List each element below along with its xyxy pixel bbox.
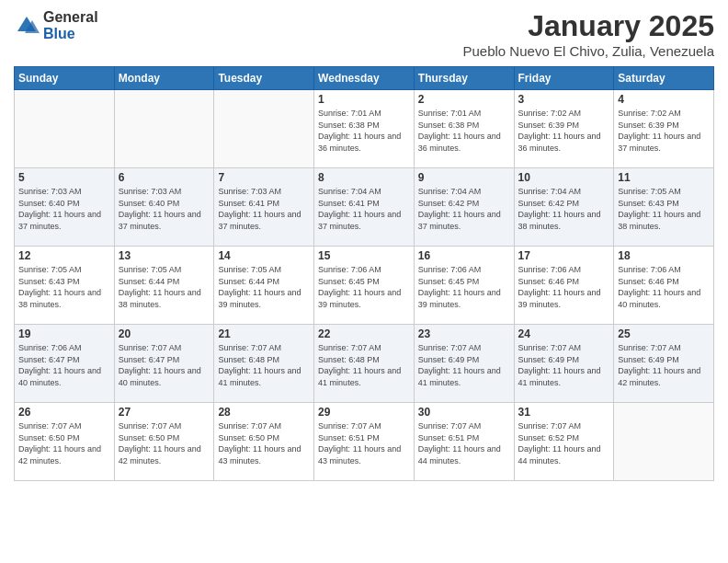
day-info: Sunrise: 7:03 AM Sunset: 6:41 PM Dayligh… bbox=[218, 186, 310, 232]
day-info: Sunrise: 7:05 AM Sunset: 6:44 PM Dayligh… bbox=[119, 264, 210, 310]
day-number: 23 bbox=[418, 327, 510, 340]
calendar-cell bbox=[114, 90, 214, 168]
day-number: 24 bbox=[518, 327, 610, 340]
day-info: Sunrise: 7:07 AM Sunset: 6:50 PM Dayligh… bbox=[18, 420, 110, 466]
day-info: Sunrise: 7:06 AM Sunset: 6:45 PM Dayligh… bbox=[418, 264, 510, 310]
day-number: 6 bbox=[119, 171, 210, 184]
calendar-week-row: 1Sunrise: 7:01 AM Sunset: 6:38 PM Daylig… bbox=[15, 90, 714, 168]
day-info: Sunrise: 7:03 AM Sunset: 6:40 PM Dayligh… bbox=[18, 186, 110, 232]
calendar-cell: 22Sunrise: 7:07 AM Sunset: 6:48 PM Dayli… bbox=[314, 325, 415, 403]
day-info: Sunrise: 7:01 AM Sunset: 6:38 PM Dayligh… bbox=[318, 108, 410, 154]
calendar-cell: 5Sunrise: 7:03 AM Sunset: 6:40 PM Daylig… bbox=[15, 168, 115, 247]
weekday-header-row: SundayMondayTuesdayWednesdayThursdayFrid… bbox=[15, 67, 714, 90]
day-info: Sunrise: 7:07 AM Sunset: 6:52 PM Dayligh… bbox=[518, 420, 610, 466]
day-number: 10 bbox=[518, 171, 610, 184]
day-number: 8 bbox=[318, 171, 410, 184]
calendar-cell: 25Sunrise: 7:07 AM Sunset: 6:49 PM Dayli… bbox=[614, 325, 714, 403]
calendar-week-row: 26Sunrise: 7:07 AM Sunset: 6:50 PM Dayli… bbox=[15, 403, 714, 481]
calendar-cell: 13Sunrise: 7:05 AM Sunset: 6:44 PM Dayli… bbox=[114, 247, 214, 325]
logo-general: General bbox=[43, 9, 98, 26]
day-number: 12 bbox=[18, 249, 110, 262]
day-info: Sunrise: 7:07 AM Sunset: 6:49 PM Dayligh… bbox=[518, 342, 610, 388]
day-number: 22 bbox=[318, 327, 410, 340]
calendar-cell: 27Sunrise: 7:07 AM Sunset: 6:50 PM Dayli… bbox=[114, 403, 214, 481]
day-number: 2 bbox=[418, 93, 510, 106]
calendar-cell bbox=[214, 90, 314, 168]
calendar-cell: 4Sunrise: 7:02 AM Sunset: 6:39 PM Daylig… bbox=[614, 90, 714, 168]
day-number: 20 bbox=[119, 327, 210, 340]
weekday-header-tuesday: Tuesday bbox=[214, 67, 314, 90]
calendar-cell: 30Sunrise: 7:07 AM Sunset: 6:51 PM Dayli… bbox=[414, 403, 514, 481]
day-info: Sunrise: 7:07 AM Sunset: 6:47 PM Dayligh… bbox=[119, 342, 210, 388]
day-number: 29 bbox=[318, 406, 410, 419]
day-number: 30 bbox=[418, 406, 510, 419]
day-number: 17 bbox=[518, 249, 610, 262]
calendar-cell: 2Sunrise: 7:01 AM Sunset: 6:38 PM Daylig… bbox=[414, 90, 514, 168]
day-info: Sunrise: 7:01 AM Sunset: 6:38 PM Dayligh… bbox=[418, 108, 510, 154]
calendar-cell: 6Sunrise: 7:03 AM Sunset: 6:40 PM Daylig… bbox=[114, 168, 214, 247]
day-info: Sunrise: 7:07 AM Sunset: 6:50 PM Dayligh… bbox=[119, 420, 210, 466]
day-number: 16 bbox=[418, 249, 510, 262]
logo: General Blue bbox=[14, 9, 98, 41]
title-block: January 2025 Pueblo Nuevo El Chivo, Zuli… bbox=[462, 9, 714, 59]
day-info: Sunrise: 7:07 AM Sunset: 6:49 PM Dayligh… bbox=[418, 342, 510, 388]
day-info: Sunrise: 7:07 AM Sunset: 6:51 PM Dayligh… bbox=[318, 420, 410, 466]
day-number: 15 bbox=[318, 249, 410, 262]
day-number: 28 bbox=[218, 406, 310, 419]
day-info: Sunrise: 7:02 AM Sunset: 6:39 PM Dayligh… bbox=[518, 108, 610, 154]
day-info: Sunrise: 7:02 AM Sunset: 6:39 PM Dayligh… bbox=[618, 108, 710, 154]
day-number: 9 bbox=[418, 171, 510, 184]
day-number: 11 bbox=[618, 171, 710, 184]
day-number: 7 bbox=[218, 171, 310, 184]
calendar-cell: 12Sunrise: 7:05 AM Sunset: 6:43 PM Dayli… bbox=[15, 247, 115, 325]
day-info: Sunrise: 7:03 AM Sunset: 6:40 PM Dayligh… bbox=[119, 186, 210, 232]
calendar-cell: 18Sunrise: 7:06 AM Sunset: 6:46 PM Dayli… bbox=[614, 247, 714, 325]
day-number: 21 bbox=[218, 327, 310, 340]
day-number: 4 bbox=[618, 93, 710, 106]
logo-blue: Blue bbox=[43, 26, 98, 42]
day-info: Sunrise: 7:07 AM Sunset: 6:51 PM Dayligh… bbox=[418, 420, 510, 466]
day-number: 27 bbox=[119, 406, 210, 419]
day-info: Sunrise: 7:07 AM Sunset: 6:50 PM Dayligh… bbox=[218, 420, 310, 466]
logo-icon bbox=[14, 13, 40, 39]
calendar-week-row: 19Sunrise: 7:06 AM Sunset: 6:47 PM Dayli… bbox=[15, 325, 714, 403]
day-number: 25 bbox=[618, 327, 710, 340]
calendar-cell: 16Sunrise: 7:06 AM Sunset: 6:45 PM Dayli… bbox=[414, 247, 514, 325]
calendar-cell bbox=[15, 90, 115, 168]
weekday-header-saturday: Saturday bbox=[614, 67, 714, 90]
calendar-cell: 28Sunrise: 7:07 AM Sunset: 6:50 PM Dayli… bbox=[214, 403, 314, 481]
calendar-cell: 21Sunrise: 7:07 AM Sunset: 6:48 PM Dayli… bbox=[214, 325, 314, 403]
weekday-header-thursday: Thursday bbox=[414, 67, 514, 90]
day-number: 19 bbox=[18, 327, 110, 340]
calendar-cell: 7Sunrise: 7:03 AM Sunset: 6:41 PM Daylig… bbox=[214, 168, 314, 247]
day-number: 31 bbox=[518, 406, 610, 419]
weekday-header-sunday: Sunday bbox=[15, 67, 115, 90]
day-number: 5 bbox=[18, 171, 110, 184]
calendar-cell: 3Sunrise: 7:02 AM Sunset: 6:39 PM Daylig… bbox=[514, 90, 614, 168]
calendar-week-row: 5Sunrise: 7:03 AM Sunset: 6:40 PM Daylig… bbox=[15, 168, 714, 247]
day-info: Sunrise: 7:06 AM Sunset: 6:46 PM Dayligh… bbox=[618, 264, 710, 310]
calendar-cell bbox=[614, 403, 714, 481]
day-number: 3 bbox=[518, 93, 610, 106]
header: General Blue January 2025 Pueblo Nuevo E… bbox=[14, 9, 714, 59]
calendar-cell: 29Sunrise: 7:07 AM Sunset: 6:51 PM Dayli… bbox=[314, 403, 415, 481]
day-info: Sunrise: 7:07 AM Sunset: 6:48 PM Dayligh… bbox=[318, 342, 410, 388]
day-info: Sunrise: 7:04 AM Sunset: 6:42 PM Dayligh… bbox=[418, 186, 510, 232]
day-number: 14 bbox=[218, 249, 310, 262]
calendar-cell: 24Sunrise: 7:07 AM Sunset: 6:49 PM Dayli… bbox=[514, 325, 614, 403]
calendar-cell: 20Sunrise: 7:07 AM Sunset: 6:47 PM Dayli… bbox=[114, 325, 214, 403]
day-number: 18 bbox=[618, 249, 710, 262]
weekday-header-monday: Monday bbox=[114, 67, 214, 90]
calendar-cell: 23Sunrise: 7:07 AM Sunset: 6:49 PM Dayli… bbox=[414, 325, 514, 403]
day-info: Sunrise: 7:04 AM Sunset: 6:42 PM Dayligh… bbox=[518, 186, 610, 232]
calendar-cell: 1Sunrise: 7:01 AM Sunset: 6:38 PM Daylig… bbox=[314, 90, 415, 168]
calendar-table: SundayMondayTuesdayWednesdayThursdayFrid… bbox=[14, 66, 714, 481]
day-info: Sunrise: 7:04 AM Sunset: 6:41 PM Dayligh… bbox=[318, 186, 410, 232]
day-number: 13 bbox=[119, 249, 210, 262]
calendar-cell: 8Sunrise: 7:04 AM Sunset: 6:41 PM Daylig… bbox=[314, 168, 415, 247]
day-number: 26 bbox=[18, 406, 110, 419]
day-info: Sunrise: 7:05 AM Sunset: 6:43 PM Dayligh… bbox=[18, 264, 110, 310]
day-info: Sunrise: 7:06 AM Sunset: 6:45 PM Dayligh… bbox=[318, 264, 410, 310]
calendar-cell: 19Sunrise: 7:06 AM Sunset: 6:47 PM Dayli… bbox=[15, 325, 115, 403]
calendar-title: January 2025 bbox=[462, 9, 714, 43]
